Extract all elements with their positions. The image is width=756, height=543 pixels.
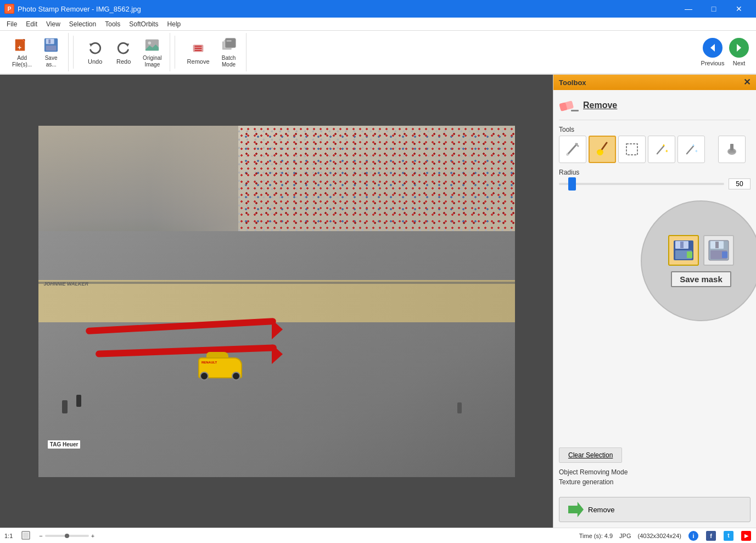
tool-rect-select-button[interactable] xyxy=(618,136,646,163)
menu-view[interactable]: View xyxy=(42,19,65,29)
page-icon xyxy=(21,531,30,541)
clear-selection-button[interactable]: Clear Selection xyxy=(559,447,622,463)
batch-mode-button[interactable]: BatchMode xyxy=(215,34,243,70)
toolbar-group-files: + AddFile(s)... Saveas... xyxy=(4,33,69,71)
dimensions-label: (4032x3024x24) xyxy=(637,533,681,539)
save-mask-label-text: Save mask xyxy=(671,271,731,287)
youtube-button[interactable]: ▶ xyxy=(741,530,752,541)
svg-text:P: P xyxy=(8,6,12,12)
batch-mode-icon xyxy=(220,36,238,54)
svg-rect-53 xyxy=(715,242,719,248)
tool-stamp-button[interactable] xyxy=(718,136,746,163)
spacer: Save mask xyxy=(559,195,751,438)
svg-point-13 xyxy=(148,41,152,44)
zoom-control: − + xyxy=(39,533,94,539)
menu-edit[interactable]: Edit xyxy=(21,19,42,29)
toolbox-panel: Toolbox ✕ Remove Tools xyxy=(553,75,756,528)
remove-icon xyxy=(189,40,207,57)
toolbar-sep-1 xyxy=(73,36,74,69)
radius-thumb[interactable] xyxy=(568,177,576,191)
zoom-thumb[interactable] xyxy=(65,534,69,538)
zoom-ratio: 1:1 xyxy=(4,533,13,539)
undo-icon xyxy=(86,40,104,57)
next-button[interactable]: Next xyxy=(726,30,752,74)
zoom-minus[interactable]: − xyxy=(39,533,42,539)
save-mask-button[interactable] xyxy=(668,235,699,266)
facebook-button[interactable]: f xyxy=(705,530,716,541)
svg-rect-9 xyxy=(46,46,57,51)
remove-action-button[interactable]: Remove xyxy=(559,497,751,522)
object-removing-mode-label: Object Removing Mode xyxy=(559,468,751,476)
tool-brush-button[interactable] xyxy=(589,136,616,163)
menu-softorbits[interactable]: SoftOrbits xyxy=(125,19,163,29)
close-button[interactable]: ✕ xyxy=(726,0,752,18)
tools-row: ✦ ✦ xyxy=(559,136,751,163)
svg-rect-8 xyxy=(48,40,51,43)
pit-person-3 xyxy=(457,402,462,413)
radius-value-input[interactable] xyxy=(729,178,751,189)
titlebar: P Photo Stamp Remover - IMG_8562.jpg — □… xyxy=(0,0,756,18)
canvas-area[interactable]: JOHNNIE WALKER RENAULT TAG Heuer xyxy=(0,75,553,528)
svg-rect-18 xyxy=(195,50,202,51)
tool-magic-wand-button[interactable]: ✦ xyxy=(648,136,675,163)
load-mask-button[interactable] xyxy=(703,235,734,266)
add-files-button[interactable]: + AddFile(s)... xyxy=(8,34,36,70)
save-as-button[interactable]: Saveas... xyxy=(37,34,65,70)
red-tip-2 xyxy=(272,344,283,364)
svg-marker-41 xyxy=(692,144,695,146)
pit-person-2 xyxy=(76,395,81,407)
save-as-label: Saveas... xyxy=(45,55,58,68)
svg-rect-57 xyxy=(23,533,29,538)
save-icon xyxy=(42,36,60,54)
maximize-button[interactable]: □ xyxy=(701,0,726,18)
toolbox-close-button[interactable]: ✕ xyxy=(743,78,751,87)
menu-file[interactable]: File xyxy=(2,19,21,29)
tool-pencil-button[interactable] xyxy=(559,136,586,163)
tool-smart-wand-button[interactable]: ✦ xyxy=(677,136,705,163)
original-image-label: OriginalImage xyxy=(143,55,161,68)
save-mask-tooltip: Save mask xyxy=(641,200,756,321)
info-button[interactable]: i xyxy=(688,530,699,541)
minimize-button[interactable]: — xyxy=(676,0,701,18)
svg-rect-45 xyxy=(729,150,735,153)
object-removing-mode-section: Object Removing Mode Texture generation xyxy=(559,468,751,486)
zoom-track[interactable] xyxy=(45,535,89,537)
svg-rect-50 xyxy=(687,251,692,258)
previous-button[interactable]: Previous xyxy=(700,30,725,74)
original-image-button[interactable]: OriginalImage xyxy=(138,34,166,70)
svg-line-33 xyxy=(601,143,607,150)
remove-label: Remove xyxy=(187,58,210,65)
previous-circle xyxy=(703,38,723,58)
previous-label: Previous xyxy=(701,60,725,66)
svg-text:✦: ✦ xyxy=(665,149,669,154)
fence xyxy=(38,282,515,284)
next-label: Next xyxy=(733,60,746,66)
redo-button[interactable]: Redo xyxy=(110,37,137,67)
menu-selection[interactable]: Selection xyxy=(65,19,100,29)
banner-area: JOHNNIE WALKER xyxy=(38,280,515,322)
svg-rect-44 xyxy=(730,144,733,152)
tools-section: Tools xyxy=(559,126,751,163)
next-circle xyxy=(729,38,749,58)
menu-tools[interactable]: Tools xyxy=(100,19,125,29)
facebook-icon: f xyxy=(706,531,716,541)
race-photo: JOHNNIE WALKER RENAULT TAG Heuer xyxy=(38,126,515,477)
menubar: File Edit View Selection Tools SoftOrbit… xyxy=(0,18,756,31)
zoom-plus[interactable]: + xyxy=(91,533,94,539)
remove-title: Remove xyxy=(583,100,617,110)
pit-person xyxy=(62,400,68,413)
clear-selection-row: Clear Selection xyxy=(559,447,751,463)
svg-rect-17 xyxy=(195,48,202,49)
main-content: JOHNNIE WALKER RENAULT TAG Heuer xyxy=(0,75,756,528)
undo-button[interactable]: Undo xyxy=(81,37,109,67)
remove-button[interactable]: Remove xyxy=(183,37,214,67)
radius-section: Radius xyxy=(559,169,751,189)
svg-line-30 xyxy=(568,144,577,154)
radius-slider[interactable] xyxy=(559,183,724,185)
menu-help[interactable]: Help xyxy=(163,19,186,29)
svg-line-40 xyxy=(687,146,693,154)
app-icon: P xyxy=(4,4,14,14)
twitter-button[interactable]: t xyxy=(723,530,734,541)
toolbar: + AddFile(s)... Saveas... xyxy=(0,31,756,75)
redo-label: Redo xyxy=(116,58,131,65)
